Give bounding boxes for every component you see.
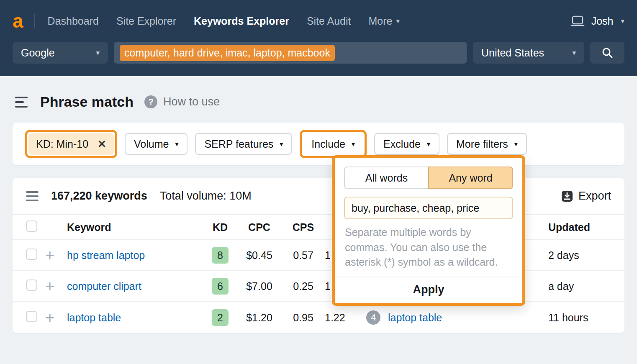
- row-checkbox[interactable]: [26, 249, 37, 260]
- row-checkbox[interactable]: [26, 311, 37, 322]
- filters-bar: KD: Min-10 ✕ Volume ▾ SERP features ▾ In…: [13, 123, 624, 165]
- table-summary-row: 167,220 keywords Total volume: 10M Expor…: [13, 178, 624, 214]
- nav-item-site-audit[interactable]: Site Audit: [307, 15, 351, 27]
- keywords-query-input[interactable]: computer, hard drive, imac, laptop, macb…: [114, 42, 467, 64]
- kd-filter-label: KD: Min-10: [36, 138, 88, 150]
- serp-features-filter-label: SERP features: [204, 138, 273, 150]
- kd-filter-annotation: KD: Min-10 ✕: [25, 130, 117, 158]
- help-icon[interactable]: ?: [144, 95, 157, 108]
- column-header-updated[interactable]: Updated: [548, 221, 611, 233]
- apply-button[interactable]: Apply: [413, 283, 444, 296]
- search-engine-select[interactable]: Google ▾: [13, 42, 108, 64]
- more-filters-button[interactable]: More filters ▾: [447, 133, 527, 155]
- report-menu-icon[interactable]: [15, 97, 28, 108]
- chevron-down-icon: ▾: [514, 140, 518, 148]
- user-name[interactable]: Josh: [591, 15, 614, 27]
- keyword-link[interactable]: laptop table: [67, 312, 121, 323]
- app-root: a Dashboard Site Explorer Keywords Explo…: [0, 0, 637, 333]
- kd-filter-chip[interactable]: KD: Min-10 ✕: [28, 133, 114, 155]
- nav-item-more[interactable]: More ▾: [369, 15, 400, 27]
- search-icon: [601, 46, 614, 59]
- workspace-icon[interactable]: [570, 15, 585, 27]
- value-cell: 1.22: [323, 312, 359, 324]
- table-row: + computer clipart 6 $7.00 0.25 1 a day: [13, 271, 624, 302]
- include-words-input[interactable]: [344, 197, 513, 219]
- results-table: 167,220 keywords Total volume: 10M Expor…: [13, 178, 624, 333]
- include-filter-label: Include: [311, 138, 345, 150]
- add-to-list-icon[interactable]: +: [45, 280, 67, 292]
- all-words-tab[interactable]: All words: [344, 167, 428, 189]
- keyword-link[interactable]: hp stream laptop: [67, 249, 145, 261]
- include-popup-toggle: All words Any word: [344, 167, 513, 189]
- chevron-down-icon: ▾: [280, 140, 283, 148]
- updated-value: a day: [548, 280, 611, 292]
- include-popup: All words Any word Separate multiple wor…: [332, 155, 525, 306]
- ahrefs-logo[interactable]: a: [13, 11, 23, 31]
- chevron-down-icon: ▾: [96, 49, 100, 57]
- serp-count-badge[interactable]: 4: [366, 310, 380, 325]
- keyword-count: 167,220 keywords: [51, 190, 147, 203]
- cps-value: 0.57: [283, 249, 323, 261]
- column-header-cpc[interactable]: CPC: [235, 221, 283, 233]
- chevron-down-icon: ▾: [175, 140, 178, 148]
- nav-items: Dashboard Site Explorer Keywords Explore…: [48, 15, 400, 27]
- serp-features-filter-button[interactable]: SERP features ▾: [195, 133, 292, 155]
- nav-right: Josh ▾: [570, 15, 624, 27]
- nav-item-more-label: More: [369, 15, 393, 27]
- table-menu-icon[interactable]: [26, 191, 39, 201]
- top-navigation: a Dashboard Site Explorer Keywords Explo…: [0, 0, 637, 76]
- column-header-keyword[interactable]: Keyword: [67, 221, 205, 233]
- kd-badge: 2: [212, 309, 229, 326]
- column-header-cps[interactable]: CPS: [283, 221, 323, 233]
- page-head: Phrase match ? How to use: [13, 94, 624, 110]
- cpc-value: $0.45: [235, 249, 283, 261]
- nav-item-dashboard[interactable]: Dashboard: [48, 15, 99, 27]
- table-header-row: Keyword KD CPC CPS Updated: [13, 214, 624, 240]
- export-icon: [561, 190, 573, 203]
- how-to-use-link[interactable]: How to use: [163, 95, 220, 108]
- exclude-filter-button[interactable]: Exclude ▾: [374, 133, 439, 155]
- apply-row: Apply: [335, 277, 522, 300]
- any-word-tab[interactable]: Any word: [428, 167, 513, 189]
- cpc-value: $1.20: [235, 312, 283, 324]
- nav-item-site-explorer[interactable]: Site Explorer: [116, 15, 176, 27]
- search-engine-value: Google: [21, 47, 55, 59]
- add-to-list-icon[interactable]: +: [45, 249, 67, 261]
- close-icon[interactable]: ✕: [98, 138, 106, 150]
- row-checkbox[interactable]: [26, 279, 37, 291]
- chevron-down-icon: ▾: [396, 17, 400, 26]
- query-highlight: computer, hard drive, imac, laptop, macb…: [120, 45, 335, 61]
- volume-filter-label: Volume: [134, 138, 169, 150]
- updated-value: 11 hours: [548, 312, 611, 324]
- total-volume: Total volume: 10M: [160, 190, 252, 203]
- exclude-filter-label: Exclude: [383, 138, 421, 150]
- chevron-down-icon: ▾: [572, 49, 576, 57]
- kd-badge: 6: [212, 278, 229, 295]
- volume-filter-button[interactable]: Volume ▾: [125, 133, 188, 155]
- export-label: Export: [578, 190, 611, 203]
- cps-value: 0.95: [283, 312, 323, 324]
- export-button[interactable]: Export: [561, 190, 611, 203]
- kd-badge: 8: [212, 247, 229, 264]
- nav-divider: [34, 13, 35, 28]
- table-row: + laptop table 2 $1.20 0.95 1.22 4 lapto…: [13, 302, 624, 333]
- more-filters-label: More filters: [456, 138, 508, 150]
- chevron-down-icon: ▾: [352, 140, 355, 148]
- nav-item-keywords-explorer[interactable]: Keywords Explorer: [194, 15, 289, 27]
- country-select[interactable]: United States ▾: [473, 42, 584, 64]
- search-button[interactable]: [590, 42, 624, 64]
- add-to-list-icon[interactable]: +: [45, 311, 67, 324]
- updated-value: 2 days: [548, 249, 611, 261]
- search-row: Google ▾ computer, hard drive, imac, lap…: [13, 42, 624, 64]
- include-filter-button[interactable]: Include ▾: [303, 133, 363, 155]
- keyword-link[interactable]: computer clipart: [67, 280, 141, 292]
- chevron-down-icon: ▾: [427, 140, 430, 148]
- include-popup-hint: Separate multiple words by commas. You c…: [345, 225, 512, 270]
- select-all-checkbox[interactable]: [26, 220, 37, 232]
- cpc-value: $7.00: [235, 280, 283, 292]
- country-value: United States: [481, 47, 544, 59]
- nav-row: a Dashboard Site Explorer Keywords Explo…: [13, 0, 624, 42]
- parent-topic-link[interactable]: laptop table: [388, 312, 442, 323]
- column-header-kd[interactable]: KD: [205, 221, 235, 233]
- cps-value: 0.25: [283, 280, 323, 292]
